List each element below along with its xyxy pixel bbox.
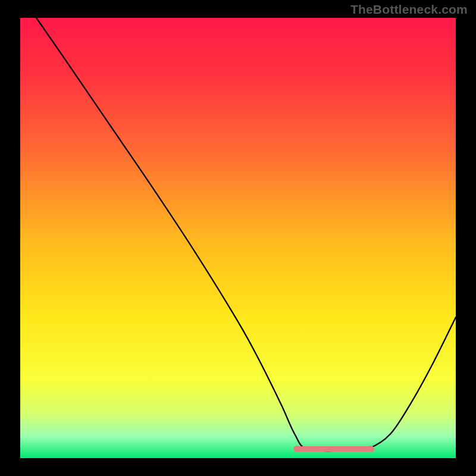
- optimal-range-highlight: [293, 446, 374, 452]
- bottleneck-chart: [0, 0, 476, 476]
- gradient-background: [20, 18, 456, 458]
- svg-point-1: [368, 446, 374, 452]
- svg-point-0: [293, 446, 300, 452]
- chart-container: TheBottleneck.com: [0, 0, 476, 476]
